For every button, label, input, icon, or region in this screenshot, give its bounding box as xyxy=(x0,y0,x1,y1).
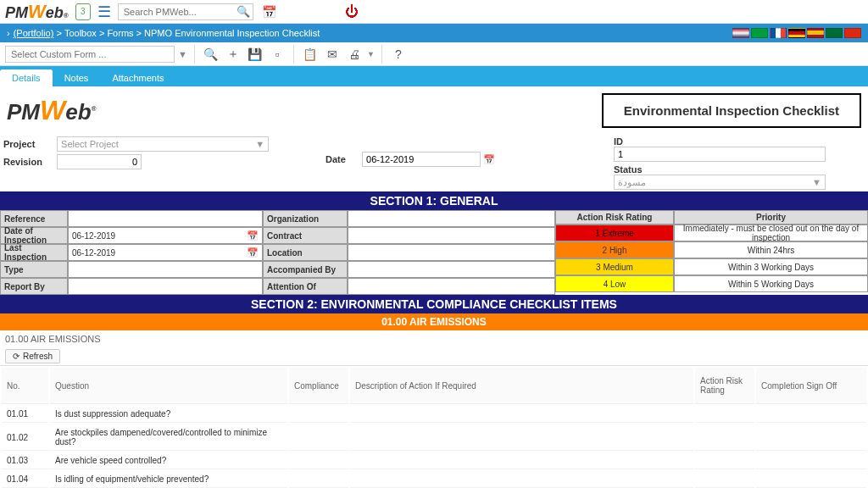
bc-portfolio[interactable]: (Portfolio) xyxy=(14,28,54,38)
grid1-title: 01.00 AIR EMISSIONS xyxy=(0,330,868,347)
app-logo: PMWeb® xyxy=(5,1,69,23)
col-question[interactable]: Question xyxy=(50,368,287,404)
flag-sa[interactable] xyxy=(826,28,843,38)
status-select[interactable]: مسودة▼ xyxy=(614,175,826,190)
last-label: Last Inspection xyxy=(0,244,68,261)
custom-form-select[interactable] xyxy=(5,46,175,63)
tab-notes[interactable]: Notes xyxy=(53,69,101,86)
logo-large: PMWeb® xyxy=(7,95,96,126)
project-label: Project xyxy=(3,139,54,149)
flag-us[interactable] xyxy=(732,28,749,38)
risk-high: 2 High xyxy=(555,241,674,258)
calendar-icon[interactable]: 📅 xyxy=(247,247,259,258)
bc-page: NPMO Environmental Inspection Checklist xyxy=(144,28,320,38)
doi-label: Date of Inspection xyxy=(0,227,68,244)
section2-header: SECTION 2: ENVIRONMENTAL COMPLIANCE CHEC… xyxy=(0,295,868,313)
search-icon[interactable]: 🔍 xyxy=(236,5,250,18)
table-row[interactable]: 01.03Are vehicle speed controlled? xyxy=(2,452,866,469)
status-label: Status xyxy=(614,164,656,175)
attention-label: Attention Of xyxy=(263,278,348,295)
priority-3: Within 3 Working Days xyxy=(674,258,868,275)
refresh-button[interactable]: ⟳Refresh xyxy=(5,349,60,363)
help-icon[interactable]: ? xyxy=(389,45,408,64)
col-description[interactable]: Description of Action If Required xyxy=(350,368,693,404)
reference-label: Reference xyxy=(0,210,68,227)
report-label: Report By xyxy=(0,278,68,295)
contract-value[interactable] xyxy=(348,227,555,244)
priority-2: Within 24hrs xyxy=(674,241,868,258)
col-compliance[interactable]: Compliance xyxy=(289,368,348,404)
save-exit-icon[interactable]: ▫ xyxy=(268,45,287,64)
type-value[interactable] xyxy=(68,261,263,278)
flag-cn[interactable] xyxy=(844,28,861,38)
doi-value[interactable]: 06-12-2019📅 xyxy=(68,227,263,244)
bc-toolbox[interactable]: Toolbox xyxy=(64,28,97,38)
priority-1: Immediately - must be closed out on the … xyxy=(674,225,868,241)
search-input[interactable] xyxy=(118,3,253,20)
last-value[interactable]: 06-12-2019📅 xyxy=(68,244,263,261)
calendar-icon[interactable]: 📅 xyxy=(483,154,495,164)
save-icon[interactable]: 💾 xyxy=(246,45,264,64)
table-row[interactable]: 01.01Is dust suppression adequate? xyxy=(2,406,866,423)
id-label: ID xyxy=(614,136,656,147)
copy-icon[interactable]: 📋 xyxy=(301,45,320,64)
revision-label: Revision xyxy=(3,157,54,167)
page-title: Environmental Inspection Checklist xyxy=(602,93,861,128)
tab-attachments[interactable]: Attachments xyxy=(100,69,175,86)
col-arr[interactable]: Action Risk Rating xyxy=(695,368,754,404)
accompanied-value[interactable] xyxy=(348,261,555,278)
col-no[interactable]: No. xyxy=(2,368,48,404)
priority-4: Within 5 Working Days xyxy=(674,275,868,292)
risk-rating-header: Action Risk Rating xyxy=(555,210,674,225)
breadcrumb: › (Portfolio) > Toolbox > Forms > NPMO E… xyxy=(0,24,868,42)
date-input[interactable] xyxy=(362,152,481,167)
flag-br[interactable] xyxy=(751,28,768,38)
project-select[interactable]: Select Project▼ xyxy=(57,136,269,152)
flag-de[interactable] xyxy=(788,28,805,38)
col-sign[interactable]: Completion Sign Off xyxy=(756,368,866,404)
location-value[interactable] xyxy=(348,244,555,261)
flag-es[interactable] xyxy=(807,28,824,38)
tab-details[interactable]: Details xyxy=(0,69,53,86)
location-label: Location xyxy=(263,244,348,261)
revision-input[interactable] xyxy=(57,154,142,169)
table-row[interactable]: 01.04Is idling of equipment/vehicle prev… xyxy=(2,471,866,488)
chevron-right-icon: › xyxy=(7,28,10,38)
print-icon[interactable]: 🖨 xyxy=(345,45,364,64)
flag-fr[interactable] xyxy=(770,28,787,38)
section1-header: SECTION 1: GENERAL xyxy=(0,191,868,210)
shield-badge[interactable]: 3 xyxy=(75,3,91,20)
contract-label: Contract xyxy=(263,227,348,244)
sub1-header: 01.00 AIR EMISSIONS xyxy=(0,313,868,330)
risk-extreme: 1 Extreme xyxy=(555,225,674,241)
id-input[interactable] xyxy=(614,147,826,162)
zoom-icon[interactable]: 🔍 xyxy=(202,45,220,64)
type-label: Type xyxy=(0,261,68,278)
report-value[interactable] xyxy=(68,278,263,295)
risk-low: 4 Low xyxy=(555,275,674,292)
accompanied-label: Accompanied By xyxy=(263,261,348,278)
table-row[interactable]: 01.02Are stockpiles dampened/covered/con… xyxy=(2,424,866,451)
menu-icon[interactable]: ☰ xyxy=(97,3,111,21)
date-label: Date xyxy=(326,154,359,164)
calendar-icon[interactable]: 📅 xyxy=(247,230,259,241)
reference-value[interactable] xyxy=(68,210,263,227)
grid-air-emissions: No. Question Compliance Description of A… xyxy=(0,365,868,488)
calendar-icon[interactable]: 📅 xyxy=(260,3,279,21)
mail-icon[interactable]: ✉ xyxy=(323,45,342,64)
bc-forms[interactable]: Forms xyxy=(107,28,133,38)
refresh-icon: ⟳ xyxy=(13,352,19,361)
org-value[interactable] xyxy=(348,210,555,227)
org-label: Organization xyxy=(263,210,348,227)
priority-header: Priority xyxy=(674,210,868,225)
attention-value[interactable] xyxy=(348,278,555,295)
power-icon[interactable]: ⏻ xyxy=(345,4,359,19)
risk-medium: 3 Medium xyxy=(555,258,674,275)
add-icon[interactable]: ＋ xyxy=(224,45,242,64)
